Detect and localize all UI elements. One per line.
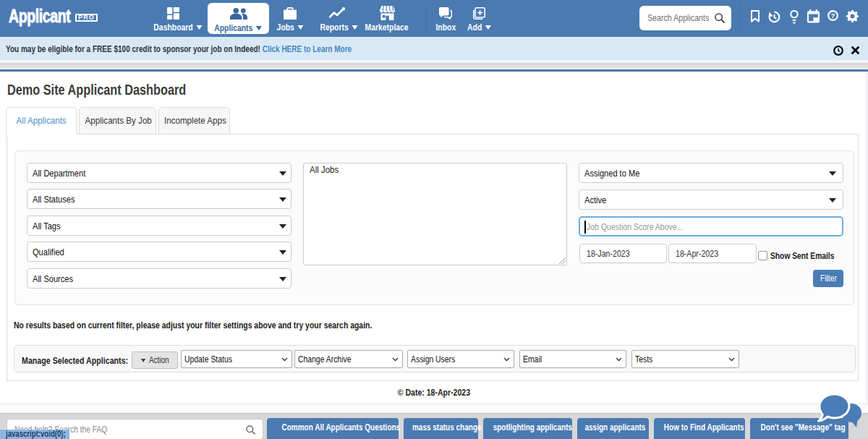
svg-text:?: ?: [831, 12, 835, 20]
